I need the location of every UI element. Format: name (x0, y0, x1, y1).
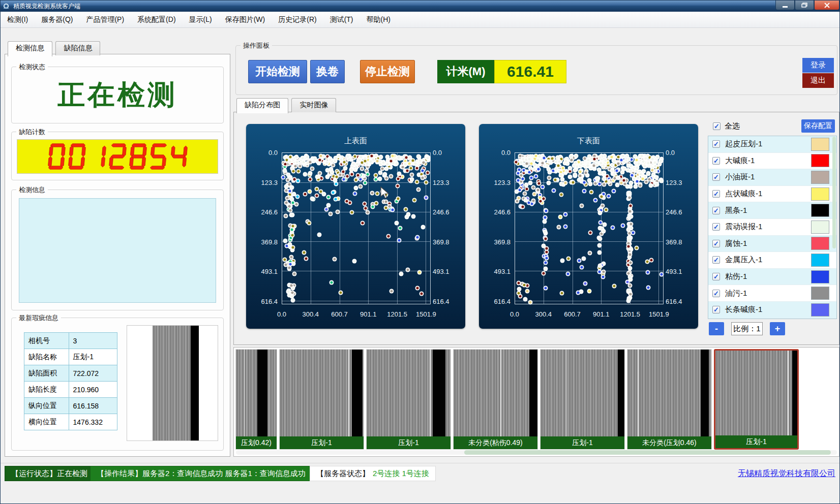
legend-checkbox[interactable]: ✓ (712, 290, 720, 297)
data-point (425, 156, 430, 161)
legend-color-swatch (811, 270, 829, 284)
data-point (616, 161, 620, 166)
menu-item[interactable]: 产品管理(P) (79, 13, 131, 27)
zoom-out-button[interactable]: - (709, 322, 724, 335)
menu-item[interactable]: 系统配置(D) (131, 13, 182, 27)
legend-item[interactable]: ✓大碱痕-1 (708, 153, 836, 170)
select-all-checkbox[interactable]: ✓ (713, 122, 721, 130)
data-point (573, 161, 578, 165)
menu-item[interactable]: 保存图片(W) (219, 13, 272, 27)
legend-item[interactable]: ✓震动误报-1 (708, 219, 836, 236)
tab-defect-info[interactable]: 缺陷信息 (55, 41, 100, 55)
defect-count-group: 缺陷计数 (11, 132, 224, 180)
lcd-digit (108, 142, 127, 171)
legend-label: 黑条-1 (725, 206, 806, 215)
data-point (583, 171, 588, 175)
legend-color-swatch (811, 187, 829, 201)
legend-scrollbar[interactable] (832, 137, 836, 248)
data-point (345, 199, 349, 203)
legend-item[interactable]: ✓起皮压划-1 (708, 136, 836, 153)
data-point (626, 289, 631, 293)
menu-item[interactable]: 显示(L) (183, 13, 219, 27)
menu-item[interactable]: 帮助(H) (360, 13, 397, 27)
data-point (531, 185, 535, 190)
thumbnail[interactable]: 压划-1 (366, 349, 451, 450)
legend-checkbox[interactable]: ✓ (712, 207, 720, 214)
restore-button[interactable] (795, 1, 814, 10)
legend-item[interactable]: ✓长条碱痕-1 (708, 302, 836, 319)
legend-item[interactable]: ✓金属压入-1 (708, 252, 836, 269)
menu-item[interactable]: 检测(I) (1, 13, 35, 27)
data-point (544, 236, 548, 241)
thumbnail[interactable]: 压划-1 (714, 349, 799, 450)
tab-defect-distribution[interactable]: 缺陷分布图 (236, 98, 288, 113)
zoom-in-button[interactable]: + (770, 322, 785, 335)
legend-item[interactable]: ✓点状碱痕-1 (708, 186, 836, 203)
legend-item[interactable]: ✓腐蚀-1 (708, 236, 836, 253)
data-point (611, 188, 616, 193)
legend-item[interactable]: ✓油污-1 (708, 285, 836, 302)
tab-realtime-image[interactable]: 实时图像 (291, 98, 336, 112)
data-point (290, 212, 294, 217)
legend-item[interactable]: ✓粘伤-1 (708, 269, 836, 286)
legend-checkbox[interactable]: ✓ (712, 157, 720, 165)
y-axis-label: 0.0 (268, 149, 278, 156)
legend-checkbox[interactable]: ✓ (712, 190, 720, 198)
stop-detection-button[interactable]: 停止检测 (360, 60, 415, 83)
thumbnail[interactable]: 未分类(压划0.46) (627, 349, 712, 450)
thumbnail-scrollbar-track[interactable] (236, 450, 837, 455)
thumbnail[interactable]: 压划-1 (540, 349, 625, 450)
legend-item[interactable]: ✓小油斑-1 (708, 169, 836, 186)
change-roll-button[interactable]: 换卷 (310, 60, 345, 83)
data-point (601, 270, 606, 274)
detection-info-box (19, 198, 216, 303)
defect-count-group-label: 缺陷计数 (16, 128, 48, 137)
legend-checkbox[interactable]: ✓ (712, 140, 720, 148)
operation-panel-label: 操作面板 (241, 41, 272, 50)
menu-item[interactable]: 历史记录(R) (272, 13, 323, 27)
data-point (424, 195, 428, 200)
data-point (615, 183, 619, 187)
data-point (307, 190, 312, 194)
thumbnail-label: 压划-1 (367, 436, 451, 449)
legend-checkbox[interactable]: ✓ (712, 173, 720, 181)
chart-title: 下表面 (479, 136, 698, 146)
company-link[interactable]: 无锡精质视觉科技有限公司 (738, 468, 835, 479)
latest-defect-group-label: 最新瑕疵信息 (16, 313, 61, 323)
thumbnail[interactable]: 压划-1 (279, 349, 364, 450)
data-point (408, 166, 413, 170)
row-label: 相机号 (24, 333, 69, 349)
data-point (406, 267, 410, 272)
data-point (301, 156, 305, 161)
thumbnail-scrollbar-thumb[interactable] (464, 450, 831, 455)
data-point (543, 261, 548, 265)
minimize-button[interactable] (775, 1, 795, 10)
legend-checkbox[interactable]: ✓ (712, 240, 720, 247)
thumbnail[interactable]: 压划0.42) (235, 349, 277, 450)
data-point (578, 170, 583, 174)
legend-checkbox[interactable]: ✓ (712, 256, 720, 264)
y-axis-label: 616.4 (433, 297, 449, 305)
thumbnail-label: 压划0.42) (236, 436, 277, 449)
legend-checkbox[interactable]: ✓ (712, 223, 720, 231)
data-point (522, 192, 527, 196)
x-axis-label: 1201.5 (620, 310, 640, 318)
login-button[interactable]: 登录 (802, 58, 834, 73)
logout-button[interactable]: 退出 (802, 73, 834, 88)
lcd-digit (128, 142, 147, 171)
data-point (317, 158, 322, 162)
thumbnail[interactable]: 未分类(粘伤0.49) (453, 349, 538, 450)
legend-checkbox[interactable]: ✓ (712, 306, 720, 313)
save-config-button[interactable]: 保存配置 (801, 119, 835, 133)
legend-list: ✓起皮压划-1✓大碱痕-1✓小油斑-1✓点状碱痕-1✓黑条-1✓震动误报-1✓腐… (708, 136, 837, 319)
row-label: 缺陷面积 (24, 365, 69, 382)
start-detection-button[interactable]: 开始检测 (248, 60, 307, 83)
status-server-state: 【服务器状态】 2号连接 1号连接 (310, 466, 436, 481)
data-point (396, 177, 400, 181)
legend-checkbox[interactable]: ✓ (712, 273, 720, 280)
legend-item[interactable]: ✓黑条-1 (708, 202, 836, 219)
menu-item[interactable]: 测试(T) (323, 13, 360, 27)
menu-item[interactable]: 服务器(Q) (35, 13, 79, 27)
close-button[interactable] (814, 1, 839, 10)
tab-detection-info[interactable]: 检测信息 (8, 41, 52, 56)
